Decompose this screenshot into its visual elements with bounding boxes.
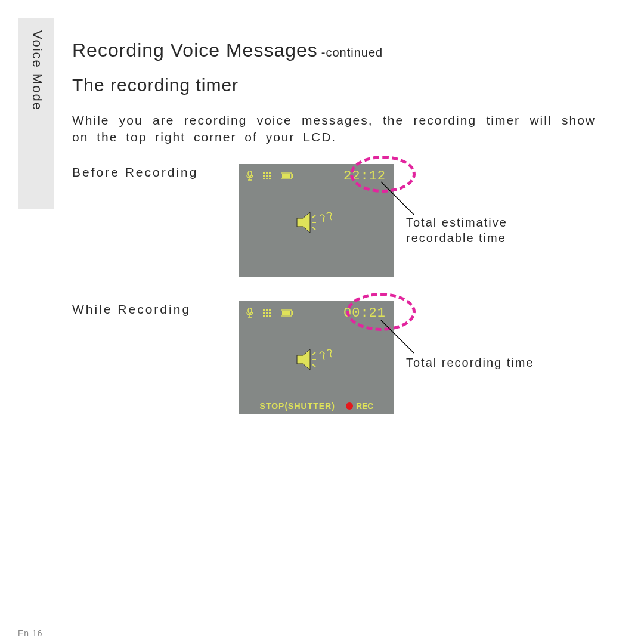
manual-page: Voice Mode Recording Voice Messages -con… bbox=[0, 0, 644, 644]
svg-rect-10 bbox=[266, 178, 268, 179]
rec-indicator: REC bbox=[346, 401, 374, 411]
svg-rect-3 bbox=[263, 172, 265, 174]
svg-rect-28 bbox=[269, 315, 271, 317]
rec-label: REC bbox=[356, 401, 374, 411]
page-number: En 16 bbox=[18, 628, 43, 638]
svg-rect-4 bbox=[266, 172, 268, 174]
figure-label-before: Before Recording bbox=[72, 165, 198, 179]
rec-dot-icon bbox=[346, 402, 353, 410]
intro-paragraph: While you are recording voice messages, … bbox=[72, 112, 602, 146]
side-tab: Voice Mode bbox=[18, 18, 54, 209]
quality-grid-icon bbox=[263, 309, 273, 317]
svg-rect-6 bbox=[263, 175, 265, 177]
mic-icon bbox=[245, 171, 255, 181]
svg-rect-30 bbox=[292, 311, 293, 315]
lcd-screen-while: 00:21 bbox=[239, 301, 394, 414]
battery-icon bbox=[281, 172, 294, 179]
page-title-continued: -continued bbox=[321, 46, 383, 60]
svg-rect-5 bbox=[269, 172, 271, 174]
svg-rect-13 bbox=[292, 174, 293, 178]
svg-line-33 bbox=[381, 320, 414, 353]
svg-marker-15 bbox=[297, 212, 310, 233]
lcd-status-bar-2: 00:21 bbox=[239, 301, 394, 321]
content-area: Recording Voice Messages -continued The … bbox=[18, 18, 626, 438]
lcd-screen-before: 22:12 bbox=[239, 164, 394, 277]
lcd-bottom-bar: STOP(SHUTTER) REC bbox=[239, 401, 394, 411]
svg-line-16 bbox=[381, 182, 414, 215]
battery-icon bbox=[281, 309, 294, 317]
figure-label-while: While Recording bbox=[72, 302, 191, 317]
svg-rect-14 bbox=[282, 174, 290, 178]
stop-label: STOP(SHUTTER) bbox=[260, 401, 335, 411]
figures-area: Before Recording bbox=[72, 164, 602, 438]
svg-rect-25 bbox=[269, 312, 271, 314]
page-frame: Voice Mode Recording Voice Messages -con… bbox=[18, 18, 626, 620]
svg-point-17 bbox=[248, 308, 252, 314]
svg-rect-8 bbox=[269, 175, 271, 177]
quality-grid-icon bbox=[263, 172, 273, 180]
callout-text-while: Total recording time bbox=[406, 355, 561, 370]
side-tab-label: Voice Mode bbox=[18, 18, 45, 111]
svg-rect-20 bbox=[263, 309, 265, 311]
svg-rect-23 bbox=[263, 312, 265, 314]
svg-rect-22 bbox=[269, 309, 271, 311]
svg-rect-24 bbox=[266, 312, 268, 314]
svg-marker-32 bbox=[297, 349, 310, 370]
svg-rect-7 bbox=[266, 175, 268, 177]
svg-rect-31 bbox=[282, 311, 290, 315]
callout-text-before: Total estimative recordable time bbox=[406, 215, 537, 246]
figure-while-recording: While Recording bbox=[72, 301, 602, 438]
speaker-icon bbox=[296, 210, 338, 234]
svg-rect-11 bbox=[269, 178, 271, 179]
page-title-main: Recording Voice Messages bbox=[72, 39, 318, 61]
svg-rect-27 bbox=[266, 315, 268, 317]
figure-before-recording: Before Recording bbox=[72, 164, 602, 295]
speaker-icon bbox=[296, 348, 338, 371]
lcd-status-bar: 22:12 bbox=[239, 164, 394, 184]
svg-rect-9 bbox=[263, 178, 265, 179]
svg-rect-21 bbox=[266, 309, 268, 311]
svg-rect-26 bbox=[263, 315, 265, 317]
mic-icon bbox=[245, 308, 255, 318]
svg-point-0 bbox=[248, 171, 252, 177]
section-heading: The recording timer bbox=[72, 75, 602, 95]
page-title: Recording Voice Messages -continued bbox=[72, 39, 602, 64]
timer-value-while: 00:21 bbox=[343, 306, 388, 321]
